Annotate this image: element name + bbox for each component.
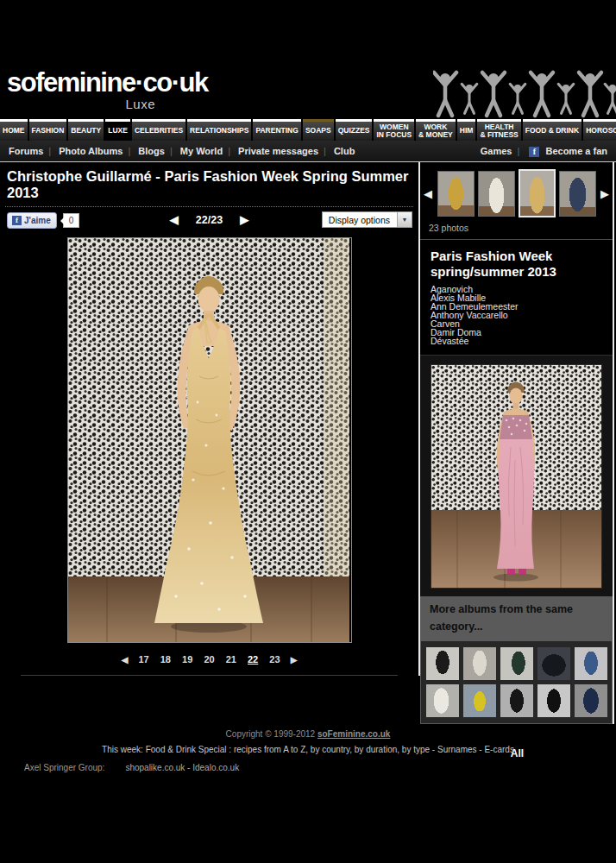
group-line: Axel Springer Group:shopalike.co.uk - Id… — [24, 763, 239, 772]
subnav-club[interactable]: Club — [334, 146, 355, 156]
subnav-forums[interactable]: Forums — [9, 146, 43, 156]
subnav-private-messages[interactable]: Private messages — [238, 146, 318, 156]
nav-tab-health-fitness[interactable]: HEALTH& FITNESS — [477, 119, 520, 141]
subnav-games[interactable]: Games — [481, 146, 512, 156]
content-area: Christophe Guillarmé - Paris Fashion Wee… — [0, 162, 616, 759]
page-number-pager: ◀ 17 18 19 20 21 22 23 ▶ — [21, 654, 398, 676]
nav-tab-horoscopes[interactable]: HOROSCOPES — [583, 119, 616, 141]
separator — [43, 146, 56, 156]
more-albums-grid — [420, 641, 613, 724]
nav-tab-beauty[interactable]: BEAUTY — [68, 119, 104, 141]
subnav-photo-albums[interactable]: Photo Albums — [59, 146, 123, 156]
album-thumbnail[interactable] — [537, 684, 570, 717]
nav-tab-home[interactable]: HOME — [0, 119, 28, 141]
site-header: sofeminine·co·uk Luxe — [0, 0, 616, 119]
album-thumbnail[interactable] — [500, 684, 533, 717]
next-page-icon[interactable]: ▶ — [291, 655, 298, 665]
people-chain-graphic — [433, 69, 616, 119]
strip-next-icon[interactable]: ▶ — [598, 187, 612, 200]
album-thumbnail[interactable] — [426, 647, 459, 680]
nav-tab-label: SOAPS — [305, 127, 331, 135]
subnav-blogs[interactable]: Blogs — [138, 146, 165, 156]
nav-tab-celebrities[interactable]: CELEBRITIES — [132, 119, 185, 141]
page-link[interactable]: 19 — [182, 654, 192, 665]
nav-tab-relationships[interactable]: RELATIONSHIPS — [187, 119, 251, 141]
photo-thumbnail[interactable] — [478, 171, 515, 217]
main-navbar: HOME FASHION BEAUTY LUXE CELEBRITIES REL… — [0, 119, 616, 141]
album-thumbnail[interactable] — [575, 684, 607, 717]
nav-tab-fashion[interactable]: FASHION — [29, 119, 67, 141]
display-options-select[interactable]: Display options ▼ — [322, 211, 412, 228]
previous-page-icon[interactable]: ◀ — [122, 655, 129, 665]
next-photo-icon[interactable]: ▶ — [240, 213, 248, 226]
nav-tab-him[interactable]: HIM — [457, 119, 476, 141]
site-tagline: Luxe — [7, 97, 155, 111]
album-title: Paris Fashion Week spring/summer 2013 — [431, 249, 602, 279]
gallery-column: Christophe Guillarmé - Paris Fashion Wee… — [0, 162, 420, 676]
strip-previous-icon[interactable]: ◀ — [421, 187, 435, 200]
nav-tab-work-money[interactable]: WORK& MONEY — [416, 119, 456, 141]
nav-tab-label: FASHION — [32, 127, 65, 135]
album-thumbnail[interactable] — [463, 684, 496, 717]
album-thumbnail[interactable] — [426, 684, 459, 717]
nav-tab-luxe[interactable]: LUXE — [105, 119, 130, 141]
nav-tab-label: RELATIONSHIPS — [190, 127, 248, 135]
this-week-line: This week: Food & Drink Special : recipe… — [0, 745, 616, 754]
community-subnav: Forums Photo Albums Blogs My World Priva… — [0, 141, 616, 161]
album-sidebar: ◀ ▶ 23 photos Paris Fashion Week spring/… — [420, 162, 616, 759]
more-albums-heading: More albums from the same category... — [420, 596, 613, 641]
album-title-line2: spring/summer 2013 — [431, 264, 602, 280]
nav-tab-label: HOME — [3, 127, 25, 135]
separator — [123, 146, 135, 156]
divider — [5, 206, 413, 207]
photo-thumbnail[interactable] — [559, 171, 596, 217]
subnav-right: Games f Become a fan — [481, 146, 607, 157]
copyright-line: Copyright © 1999-2012 soFeminine.co.uk — [0, 729, 616, 739]
album-thumbnail[interactable] — [463, 647, 496, 680]
page-link[interactable]: 21 — [226, 654, 236, 665]
nav-tab-food-drink[interactable]: FOOD & DRINK — [523, 119, 581, 141]
subnav-my-world[interactable]: My World — [180, 146, 223, 156]
site-logo[interactable]: sofeminine·co·uk — [7, 67, 208, 98]
nav-tab-label: QUIZZES — [338, 127, 370, 135]
nav-tab-quizzes[interactable]: QUIZZES — [336, 119, 373, 141]
album-thumbnail[interactable] — [575, 647, 607, 680]
page-link[interactable]: 23 — [269, 654, 280, 665]
page-title: Christophe Guillarmé - Paris Fashion Wee… — [0, 162, 418, 206]
copyright-text: Copyright © 1999-2012 — [226, 729, 317, 739]
featured-photo-frame — [420, 355, 613, 596]
main-photo-art — [68, 238, 349, 642]
page-link[interactable]: 20 — [204, 654, 214, 665]
facebook-icon: f — [529, 147, 539, 157]
copyright-site-link[interactable]: soFeminine.co.uk — [317, 729, 390, 739]
nav-tab-parenting[interactable]: PARENTING — [253, 119, 300, 141]
photo-thumbnail-selected[interactable] — [519, 169, 556, 217]
nav-tab-label: FOOD & DRINK — [525, 127, 579, 135]
group-links[interactable]: shopalike.co.uk - Idealo.co.uk — [125, 763, 239, 772]
nav-tab-soaps[interactable]: SOAPS — [303, 119, 334, 141]
group-label: Axel Springer Group: — [24, 763, 104, 772]
album-thumbnail[interactable] — [537, 647, 570, 680]
main-photo[interactable] — [67, 237, 352, 643]
photo-thumbnail[interactable] — [437, 171, 475, 217]
nav-tab-women-in-focus[interactable]: WOMENIN FOCUS — [374, 119, 414, 141]
featured-photo[interactable] — [431, 364, 602, 589]
designer-link[interactable]: Dévastée — [431, 337, 602, 345]
separator — [512, 146, 525, 156]
divider — [420, 239, 613, 240]
page-link-current[interactable]: 22 — [248, 654, 258, 665]
separator — [318, 146, 331, 156]
separator — [223, 146, 236, 156]
page-link[interactable]: 17 — [138, 654, 148, 665]
page: sofeminine·co·uk Luxe — [0, 0, 616, 863]
album-thumbnail[interactable] — [500, 647, 533, 680]
become-a-fan-link[interactable]: Become a fan — [545, 146, 607, 156]
display-options-value: Display options — [323, 212, 397, 227]
previous-photo-icon[interactable]: ◀ — [170, 213, 179, 226]
chevron-down-icon[interactable]: ▼ — [397, 212, 412, 227]
page-link[interactable]: 18 — [160, 654, 171, 665]
strip-thumbnails — [435, 169, 598, 217]
featured-photo-art — [431, 365, 601, 588]
nav-tab-label: HOROSCOPES — [586, 127, 616, 135]
album-sidebar-box: ◀ ▶ 23 photos Paris Fashion Week spring/… — [420, 162, 614, 724]
